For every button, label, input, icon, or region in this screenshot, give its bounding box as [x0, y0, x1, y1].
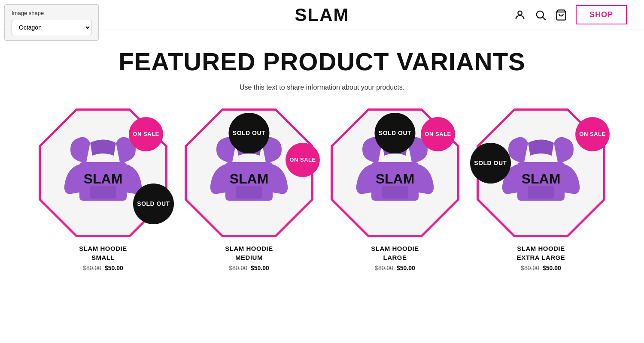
- svg-text:SLAM: SLAM: [522, 171, 561, 187]
- product-card-large: SLAM SOLD OUT ON SALE SLAM HOODIE LARGE …: [326, 108, 464, 271]
- svg-line-2: [543, 17, 545, 20]
- svg-rect-14: [528, 186, 554, 199]
- original-price-xl: $80.00: [521, 265, 539, 271]
- product-price-xl: $80.00 $50.00: [517, 265, 565, 271]
- product-price-medium: $80.00 $50.00: [225, 265, 273, 271]
- sold-out-badge-2: SOLD OUT: [229, 113, 270, 153]
- products-grid: SLAM ON SALE SOLD OUT SLAM HOODIE SMALL …: [0, 104, 644, 289]
- svg-text:SLAM: SLAM: [376, 171, 415, 187]
- product-image-large[interactable]: SLAM SOLD OUT ON SALE: [331, 108, 459, 237]
- shape-panel-label: Image shape: [12, 10, 91, 16]
- product-price-small: $80.00 $50.00: [79, 265, 127, 271]
- product-info-small: SLAM HOODIE SMALL $80.00 $50.00: [79, 244, 127, 271]
- sale-price-medium: $50.00: [251, 265, 269, 271]
- product-name-small: SLAM HOODIE SMALL: [79, 244, 127, 262]
- product-card-xl: SLAM SOLD OUT ON SALE SLAM HOODIE EXTRA …: [472, 108, 610, 271]
- product-info-large: SLAM HOODIE LARGE $80.00 $50.00: [371, 244, 419, 271]
- product-name-medium: SLAM HOODIE MEDIUM: [225, 244, 273, 262]
- product-name-large: SLAM HOODIE LARGE: [371, 244, 419, 262]
- hoodie-image: SLAM: [498, 130, 584, 216]
- sale-price-large: $50.00: [397, 265, 415, 271]
- on-sale-badge-1: ON SALE: [129, 117, 163, 151]
- original-price-small: $80.00: [83, 265, 101, 271]
- product-card-small: SLAM ON SALE SOLD OUT SLAM HOODIE SMALL …: [34, 108, 172, 271]
- sold-out-badge-4: SOLD OUT: [470, 143, 511, 184]
- svg-text:SLAM: SLAM: [230, 171, 269, 187]
- user-icon[interactable]: [514, 9, 526, 21]
- product-info-xl: SLAM HOODIE EXTRA LARGE $80.00 $50.00: [517, 244, 565, 271]
- svg-point-0: [518, 11, 522, 15]
- header-right: SHOP: [514, 5, 627, 24]
- product-card-medium: SLAM SOLD OUT ON SALE SLAM HOODIE MEDIUM…: [180, 108, 318, 271]
- bag-icon[interactable]: [555, 9, 567, 21]
- sold-out-badge-1: SOLD OUT: [133, 184, 174, 224]
- product-image-xl[interactable]: SLAM SOLD OUT ON SALE: [477, 108, 605, 237]
- shop-button[interactable]: SHOP: [576, 5, 627, 24]
- section-subtitle: Use this text to share information about…: [0, 84, 644, 91]
- product-image-medium[interactable]: SLAM SOLD OUT ON SALE: [185, 108, 313, 237]
- product-price-large: $80.00 $50.00: [371, 265, 419, 271]
- section-heading: FEATURED PRODUCT VARIANTS: [9, 47, 635, 76]
- sale-price-xl: $50.00: [543, 265, 561, 271]
- svg-text:SLAM: SLAM: [84, 171, 123, 187]
- product-name-xl: SLAM HOODIE EXTRA LARGE: [517, 244, 565, 262]
- on-sale-badge-2: ON SALE: [286, 143, 320, 177]
- original-price-medium: $80.00: [229, 265, 247, 271]
- on-sale-badge-3: ON SALE: [421, 117, 455, 151]
- svg-rect-8: [236, 186, 262, 199]
- sale-price-small: $50.00: [105, 265, 123, 271]
- sold-out-badge-3: SOLD OUT: [375, 113, 416, 153]
- product-info-medium: SLAM HOODIE MEDIUM $80.00 $50.00: [225, 244, 273, 271]
- original-price-large: $80.00: [375, 265, 393, 271]
- on-sale-badge-4: ON SALE: [575, 117, 610, 151]
- search-icon[interactable]: [535, 9, 547, 21]
- shape-select[interactable]: Octagon Circle Square Diamond Hexagon: [12, 20, 91, 35]
- product-image-small[interactable]: SLAM ON SALE SOLD OUT: [39, 108, 167, 237]
- svg-rect-11: [382, 186, 408, 199]
- svg-point-1: [537, 11, 544, 18]
- site-logo: SLAM: [295, 5, 349, 25]
- svg-rect-5: [90, 186, 116, 199]
- image-shape-panel: Image shape Octagon Circle Square Diamon…: [4, 4, 99, 41]
